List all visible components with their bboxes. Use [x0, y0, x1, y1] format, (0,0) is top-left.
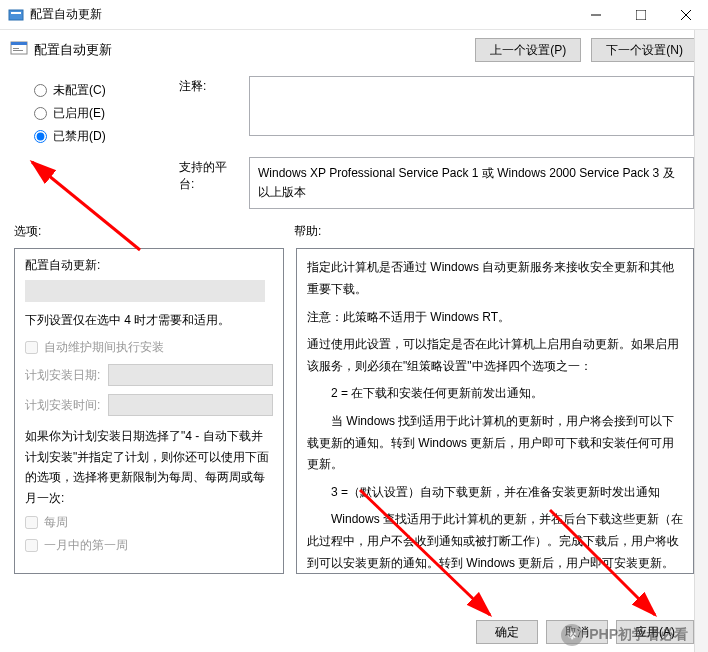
install-time-select[interactable] — [108, 394, 273, 416]
subheader: 配置自动更新 上一个设置(P) 下一个设置(N) — [0, 30, 708, 70]
svg-rect-7 — [11, 42, 27, 45]
next-setting-button[interactable]: 下一个设置(N) — [591, 38, 698, 62]
maximize-button[interactable] — [618, 0, 663, 29]
help-label: 帮助: — [294, 223, 321, 240]
state-radios: 未配置(C) 已启用(E) 已禁用(D) — [14, 76, 179, 151]
help-p2: 注意：此策略不适用于 Windows RT。 — [307, 307, 683, 329]
footer: 确定 取消 应用(A) — [476, 620, 694, 644]
ok-button[interactable]: 确定 — [476, 620, 538, 644]
install-date-select[interactable] — [108, 364, 273, 386]
options-wrap-text: 如果你为计划安装日期选择了"4 - 自动下载并计划安装"并指定了计划，则你还可以… — [25, 426, 273, 508]
subheader-icon — [10, 40, 28, 61]
help-p1: 指定此计算机是否通过 Windows 自动更新服务来接收安全更新和其他重要下载。 — [307, 257, 683, 300]
checkbox-first-week[interactable]: 一月中的第一周 — [25, 537, 273, 554]
radio-disabled[interactable]: 已禁用(D) — [34, 128, 179, 145]
comment-input[interactable] — [249, 76, 694, 136]
update-mode-select[interactable] — [25, 280, 265, 302]
titlebar: 配置自动更新 — [0, 0, 708, 30]
help-p3: 通过使用此设置，可以指定是否在此计算机上启用自动更新。如果启用该服务，则必须在"… — [307, 334, 683, 377]
subheader-title: 配置自动更新 — [34, 41, 112, 59]
options-note: 下列设置仅在选中 4 时才需要和适用。 — [25, 312, 273, 329]
svg-rect-9 — [13, 50, 23, 51]
help-p5: 当 Windows 找到适用于此计算机的更新时，用户将会接到可以下载更新的通知。… — [307, 411, 683, 476]
options-label: 选项: — [14, 223, 294, 240]
svg-rect-0 — [9, 10, 23, 20]
minimize-button[interactable] — [573, 0, 618, 29]
comment-label: 注释: — [179, 76, 239, 95]
help-p4: 2 = 在下载和安装任何更新前发出通知。 — [307, 383, 683, 405]
help-p7: Windows 查找适用于此计算机的更新，并在后台下载这些更新（在此过程中，用户… — [307, 509, 683, 574]
close-button[interactable] — [663, 0, 708, 29]
radio-not-configured[interactable]: 未配置(C) — [34, 82, 179, 99]
checkbox-weekly[interactable]: 每周 — [25, 514, 273, 531]
options-header: 配置自动更新: — [25, 257, 273, 274]
svg-rect-1 — [11, 12, 21, 14]
help-panel[interactable]: 指定此计算机是否通过 Windows 自动更新服务来接收安全更新和其他重要下载。… — [296, 248, 694, 574]
checkbox-auto-maintenance[interactable]: 自动维护期间执行安装 — [25, 339, 273, 356]
svg-rect-8 — [13, 48, 19, 49]
cancel-button[interactable]: 取消 — [546, 620, 608, 644]
svg-rect-3 — [636, 10, 646, 20]
help-p6: 3 =（默认设置）自动下载更新，并在准备安装更新时发出通知 — [307, 482, 683, 504]
radio-enabled[interactable]: 已启用(E) — [34, 105, 179, 122]
platform-label: 支持的平台: — [179, 157, 239, 193]
apply-button[interactable]: 应用(A) — [616, 620, 694, 644]
side-edge — [694, 30, 708, 652]
prev-setting-button[interactable]: 上一个设置(P) — [475, 38, 581, 62]
install-date-label: 计划安装日期: — [25, 367, 100, 384]
install-time-label: 计划安装时间: — [25, 397, 100, 414]
app-icon — [8, 7, 24, 23]
platform-text: Windows XP Professional Service Pack 1 或… — [249, 157, 694, 209]
window-title: 配置自动更新 — [30, 6, 573, 23]
options-panel[interactable]: 配置自动更新: 下列设置仅在选中 4 时才需要和适用。 自动维护期间执行安装 计… — [14, 248, 284, 574]
